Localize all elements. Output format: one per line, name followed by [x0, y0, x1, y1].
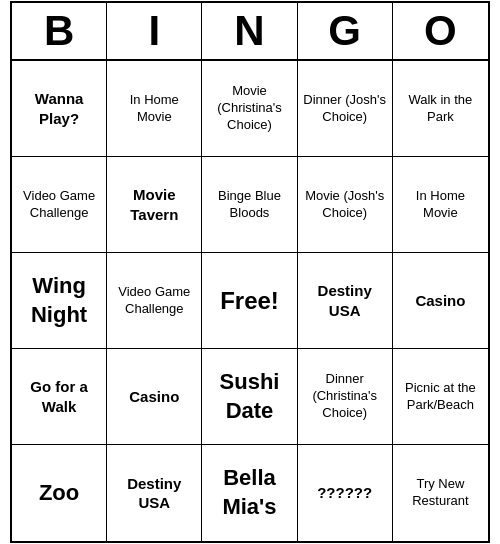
- bingo-cell-16: Casino: [107, 349, 202, 445]
- bingo-cell-19: Picnic at the Park/Beach: [393, 349, 488, 445]
- header-letter-o: O: [393, 3, 488, 59]
- bingo-cell-10: Wing Night: [12, 253, 107, 349]
- bingo-cell-2: Movie (Christina's Choice): [202, 61, 297, 157]
- bingo-grid: Wanna Play?In Home MovieMovie (Christina…: [12, 61, 488, 541]
- bingo-cell-15: Go for a Walk: [12, 349, 107, 445]
- bingo-cell-14: Casino: [393, 253, 488, 349]
- bingo-cell-4: Walk in the Park: [393, 61, 488, 157]
- bingo-cell-22: Bella Mia's: [202, 445, 297, 541]
- bingo-header: BINGO: [12, 3, 488, 61]
- bingo-cell-5: Video Game Challenge: [12, 157, 107, 253]
- bingo-cell-0: Wanna Play?: [12, 61, 107, 157]
- bingo-cell-23: ??????: [298, 445, 393, 541]
- bingo-cell-6: Movie Tavern: [107, 157, 202, 253]
- bingo-cell-18: Dinner (Christina's Choice): [298, 349, 393, 445]
- header-letter-g: G: [298, 3, 393, 59]
- bingo-cell-7: Binge Blue Bloods: [202, 157, 297, 253]
- bingo-cell-13: Destiny USA: [298, 253, 393, 349]
- bingo-cell-24: Try New Resturant: [393, 445, 488, 541]
- bingo-cell-3: Dinner (Josh's Choice): [298, 61, 393, 157]
- header-letter-n: N: [202, 3, 297, 59]
- bingo-cell-1: In Home Movie: [107, 61, 202, 157]
- header-letter-i: I: [107, 3, 202, 59]
- bingo-cell-9: In Home Movie: [393, 157, 488, 253]
- header-letter-b: B: [12, 3, 107, 59]
- bingo-cell-12: Free!: [202, 253, 297, 349]
- bingo-card: BINGO Wanna Play?In Home MovieMovie (Chr…: [10, 1, 490, 543]
- bingo-cell-8: Movie (Josh's Choice): [298, 157, 393, 253]
- bingo-cell-17: Sushi Date: [202, 349, 297, 445]
- bingo-cell-11: Video Game Challenge: [107, 253, 202, 349]
- bingo-cell-20: Zoo: [12, 445, 107, 541]
- bingo-cell-21: Destiny USA: [107, 445, 202, 541]
